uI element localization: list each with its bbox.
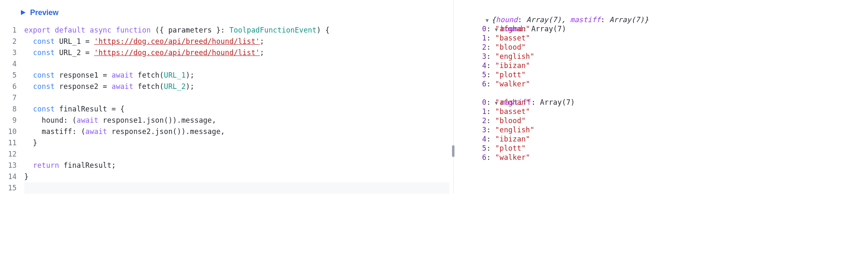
- tree-key: mastiff: [570, 15, 600, 24]
- tree-value-summary: Array(7): [526, 15, 561, 24]
- line-number: 12: [0, 149, 17, 160]
- token-variable: URL_2: [164, 82, 186, 91]
- tree-index: 0: [482, 98, 486, 106]
- tree-value: "walker": [495, 80, 530, 88]
- tree-index: 4: [482, 135, 486, 143]
- token-keyword: const: [33, 71, 55, 79]
- tree-brace: {: [492, 15, 496, 24]
- tree-value: "english": [495, 52, 534, 61]
- app-root: Preview 1 2 3 4 5 6 7 8 9 10 11 12 13 14…: [0, 0, 868, 194]
- code-line[interactable]: export default async function ({ paramet…: [24, 25, 449, 36]
- code-content[interactable]: export default async function ({ paramet…: [24, 25, 449, 194]
- chevron-down-icon[interactable]: ▼: [486, 16, 492, 25]
- tree-root[interactable]: ▼{hound: Array(7), mastiff: Array(7)}: [460, 6, 868, 15]
- code-line[interactable]: [24, 58, 449, 70]
- token-keyword: const: [33, 105, 55, 113]
- token-punct: ;: [260, 48, 264, 57]
- tree-item[interactable]: 6: "walker": [460, 153, 868, 162]
- code-line[interactable]: hound: (await response1.json()).message,: [24, 115, 449, 126]
- tree-item[interactable]: 3: "english": [460, 52, 868, 61]
- tree-item[interactable]: 5: "plott": [460, 70, 868, 79]
- token-identifier: response2: [59, 82, 99, 91]
- token-expr: finalResult;: [59, 161, 116, 169]
- svg-marker-0: [21, 10, 26, 15]
- tree-index: 6: [482, 80, 486, 88]
- tree-item[interactable]: 3: "english": [460, 125, 868, 134]
- tree-item[interactable]: 2: "blood": [460, 116, 868, 125]
- token-keyword: await: [112, 82, 133, 91]
- tree-item[interactable]: 6: "walker": [460, 79, 868, 88]
- pane-divider[interactable]: [449, 0, 457, 194]
- tree-item[interactable]: 4: "ibizan": [460, 134, 868, 144]
- line-number: 14: [0, 171, 17, 182]
- token-keyword: export: [24, 26, 51, 34]
- token-punct: =: [98, 82, 111, 91]
- tree-item[interactable]: 1: "basset": [460, 107, 868, 116]
- token-property: mastiff: (: [42, 127, 85, 136]
- tree-value: "walker": [495, 153, 530, 162]
- preview-button[interactable]: Preview: [0, 3, 449, 25]
- code-line[interactable]: const URL_2 = 'https://dog.ceo/api/breed…: [24, 47, 449, 58]
- tree-node-mastiff[interactable]: ▼mastiff: Array(7): [460, 88, 868, 98]
- token-keyword: await: [85, 127, 107, 136]
- token-identifier: finalResult: [59, 105, 107, 113]
- tree-item[interactable]: 2: "blood": [460, 43, 868, 52]
- token-identifier: URL_2: [59, 48, 81, 57]
- code-line[interactable]: const response1 = await fetch(URL_1);: [24, 70, 449, 81]
- code-line[interactable]: }: [24, 137, 449, 149]
- token-indent: [24, 127, 42, 136]
- drag-handle-icon[interactable]: [452, 145, 454, 157]
- code-line-active[interactable]: [24, 182, 449, 194]
- code-line[interactable]: const finalResult = {: [24, 104, 449, 115]
- tree-value: "afghan": [495, 25, 530, 33]
- tree-value-type: Array(7): [531, 25, 566, 33]
- token-punct: ({ parameters }:: [155, 26, 225, 34]
- line-number: 2: [0, 36, 17, 47]
- token-type: ToolpadFunctionEvent: [229, 26, 317, 34]
- tree-key: hound: [496, 15, 518, 24]
- tree-item[interactable]: 1: "basset": [460, 33, 868, 43]
- line-number: 5: [0, 70, 17, 81]
- code-line[interactable]: const response2 = await fetch(URL_2);: [24, 81, 449, 92]
- line-number: 4: [0, 58, 17, 70]
- token-expr: response1.json()).message,: [98, 116, 216, 124]
- token-keyword: function: [116, 26, 151, 34]
- token-keyword: const: [33, 37, 55, 46]
- code-line[interactable]: return finalResult;: [24, 160, 449, 171]
- code-line[interactable]: [24, 149, 449, 160]
- line-number: 15: [0, 182, 17, 194]
- tree-index: 2: [482, 116, 486, 125]
- result-inspector: ▼{hound: Array(7), mastiff: Array(7)} ▼h…: [457, 0, 868, 194]
- tree-value: "ibizan": [495, 61, 530, 70]
- code-line[interactable]: mastiff: (await response2.json()).messag…: [24, 126, 449, 137]
- code-editor[interactable]: 1 2 3 4 5 6 7 8 9 10 11 12 13 14 15 expo…: [0, 25, 449, 194]
- tree-item[interactable]: 0: "afghan": [460, 98, 868, 107]
- tree-index: 5: [482, 71, 486, 79]
- tree-item[interactable]: 0: "afghan": [460, 24, 868, 33]
- tree-value: "blood": [495, 43, 526, 51]
- tree-item[interactable]: 5: "plott": [460, 144, 868, 153]
- line-number: 1: [0, 25, 17, 36]
- token-keyword: return: [33, 161, 59, 169]
- tree-item[interactable]: 4: "ibizan": [460, 61, 868, 70]
- code-line[interactable]: }: [24, 171, 449, 182]
- token-identifier: response1: [59, 71, 99, 79]
- tree-value: "afghan": [495, 98, 530, 106]
- line-number: 13: [0, 160, 17, 171]
- tree-index: 5: [482, 144, 486, 152]
- code-line[interactable]: const URL_1 = 'https://dog.ceo/api/breed…: [24, 36, 449, 47]
- token-punct: ) {: [317, 26, 329, 34]
- token-string: 'https://dog.ceo/api/breed/hound/list': [94, 37, 260, 46]
- play-icon: [20, 10, 26, 15]
- token-keyword: await: [112, 71, 133, 79]
- code-line[interactable]: [24, 92, 449, 104]
- tree-value: "basset": [495, 107, 530, 116]
- token-keyword: async: [90, 26, 112, 34]
- token-property: hound: (: [42, 116, 77, 124]
- token-string: 'https://dog.ceo/api/breed/hound/list': [94, 48, 260, 57]
- tree-index: 3: [482, 126, 486, 134]
- line-number: 9: [0, 115, 17, 126]
- tree-index: 4: [482, 61, 486, 70]
- tree-index: 3: [482, 52, 486, 61]
- token-punct: );: [186, 71, 194, 79]
